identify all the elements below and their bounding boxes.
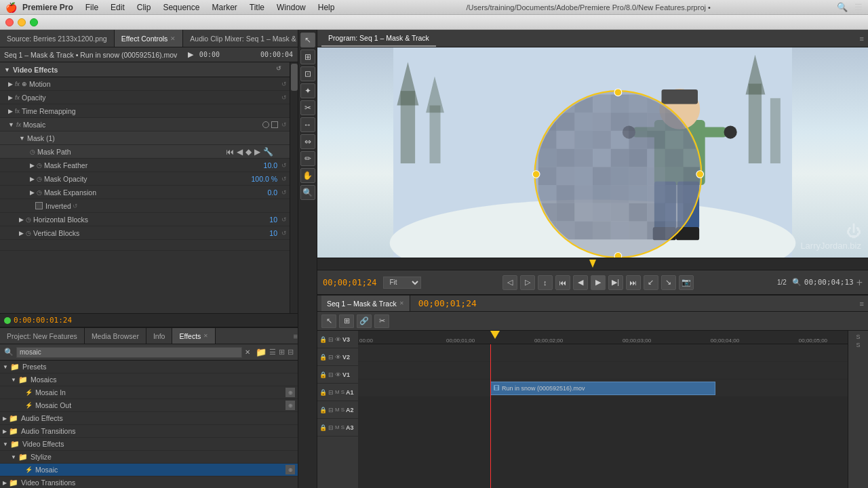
go-to-in-btn[interactable]: ⏮ <box>555 275 570 290</box>
mask-path-stopwatch[interactable]: ◷ <box>30 148 35 155</box>
overwrite-btn[interactable]: ↘ <box>661 275 676 290</box>
mask-to-start[interactable]: ⏮ <box>226 147 234 157</box>
mosaic-reset[interactable]: ↺ <box>281 121 287 128</box>
tree-mosaic-out[interactable]: ▶ ⚡ Mosaic Out ⊕ <box>0 399 298 412</box>
menu-bar-search[interactable]: 🔍 <box>837 2 848 12</box>
tab-effect-controls-close[interactable]: ✕ <box>170 35 176 42</box>
mask-add-kf[interactable]: ◆ <box>245 147 252 157</box>
tab-effect-controls[interactable]: Effect Controls ✕ <box>115 30 184 47</box>
tl-razor-btn[interactable]: ✂ <box>374 314 389 328</box>
mask-opacity-arrow[interactable]: ▶ <box>30 176 35 182</box>
a3-sync[interactable]: ⊟ <box>328 424 334 431</box>
inverted-reset[interactable]: ↺ <box>73 203 78 209</box>
tab-source[interactable]: Source: Berries 2133x1200.png <box>0 30 115 47</box>
clip-run-in-snow[interactable]: 🎞 Run in snow (000592516).mov <box>490 382 715 395</box>
tl-select-btn[interactable]: ↖ <box>321 314 336 328</box>
mask-opacity-value[interactable]: 100.0 % <box>251 175 277 183</box>
rate-stretch-tool[interactable]: ✦ <box>300 83 315 98</box>
minimize-button[interactable] <box>18 18 26 26</box>
mask-prev[interactable]: ◀ <box>237 147 243 157</box>
pen-tool[interactable]: ✏ <box>300 151 315 166</box>
tree-video-effects[interactable]: ▼ 📁 Video Effects <box>0 438 298 451</box>
menu-marker[interactable]: Marker <box>206 1 242 14</box>
tree-presets[interactable]: ▼ 📁 Presets <box>0 361 298 373</box>
select-tool[interactable]: ↖ <box>300 33 315 47</box>
zoom-tool[interactable]: 🔍 <box>300 185 315 200</box>
motion-reset[interactable]: ↺ <box>281 81 287 87</box>
list-view-btn[interactable]: ☰ <box>269 348 276 357</box>
tree-mosaic-in[interactable]: ▶ ⚡ Mosaic In ⊕ <box>0 386 298 399</box>
monitor-panel-menu[interactable]: ≡ <box>860 35 864 43</box>
a2-m[interactable]: M <box>335 407 340 413</box>
ripple-edit-tool[interactable]: ⊞ <box>300 49 315 64</box>
step-forward-btn[interactable]: ▶| <box>608 275 623 290</box>
tl-link-btn[interactable]: 🔗 <box>357 314 372 328</box>
tab-media-browser[interactable]: Media Browser <box>85 328 146 344</box>
maximize-button[interactable] <box>30 18 38 26</box>
menu-title[interactable]: Title <box>244 1 270 14</box>
v2-sync[interactable]: ⊟ <box>328 354 334 361</box>
menu-file[interactable]: File <box>80 1 104 14</box>
new-bin-btn[interactable]: 📁 <box>256 347 267 357</box>
monitor-timecode[interactable]: 00;00;01;24 <box>323 278 376 287</box>
v1-eye[interactable]: 👁 <box>335 371 341 378</box>
slide-tool[interactable]: ⇔ <box>300 134 315 149</box>
menu-clip[interactable]: Clip <box>132 1 157 14</box>
mask-expansion-arrow[interactable]: ▶ <box>30 189 35 196</box>
a2-sync[interactable]: ⊟ <box>328 407 334 413</box>
h-blocks-arrow[interactable]: ▶ <box>19 216 24 223</box>
a3-lock[interactable]: 🔒 <box>319 424 327 431</box>
opacity-arrow[interactable]: ▶ <box>8 94 13 101</box>
tab-effects-close[interactable]: ✕ <box>203 333 208 339</box>
menu-help[interactable]: Help <box>313 1 340 14</box>
mask-expansion-value[interactable]: 0.0 <box>267 188 277 197</box>
export-frame-btn[interactable]: 📷 <box>679 275 694 290</box>
icon-view-btn[interactable]: ⊞ <box>279 348 285 357</box>
menu-edit[interactable]: Edit <box>105 1 130 14</box>
timeline-tab-close[interactable]: ✕ <box>399 300 404 306</box>
a1-sync[interactable]: ⊟ <box>328 389 334 396</box>
fit-select[interactable]: Fit 25% 50% 100% <box>383 277 421 289</box>
v3-lock[interactable]: 🔒 <box>319 336 327 343</box>
v-blocks-stopwatch[interactable]: ◷ <box>26 230 31 237</box>
tree-audio-transitions[interactable]: ▶ 📁 Audio Transitions <box>0 425 298 438</box>
mask-feather-arrow[interactable]: ▶ <box>30 162 35 169</box>
tl-right-btn-1[interactable]: S <box>856 333 860 340</box>
a2-lock[interactable]: 🔒 <box>319 407 327 413</box>
mask-opacity-stopwatch[interactable]: ◷ <box>37 176 42 182</box>
add-button[interactable]: + <box>856 277 863 289</box>
h-blocks-stopwatch[interactable]: ◷ <box>26 216 31 223</box>
tab-info[interactable]: Info <box>146 328 173 344</box>
zoom-icon[interactable]: 🔍 <box>792 278 802 287</box>
timeline-timecode[interactable]: 00;00;01;24 <box>418 298 477 308</box>
mask-feather-reset[interactable]: ↺ <box>281 162 287 169</box>
video-effects-arrow[interactable]: ▼ <box>4 66 10 73</box>
tl-ripple-btn[interactable]: ⊞ <box>339 314 354 328</box>
v3-sync[interactable]: ⊟ <box>328 336 334 343</box>
time-remap-arrow[interactable]: ▶ <box>8 108 13 115</box>
menu-sequence[interactable]: Sequence <box>157 1 205 14</box>
mosaic-circle[interactable] <box>262 121 269 128</box>
v1-sync[interactable]: ⊟ <box>328 371 334 378</box>
project-panel-menu[interactable]: ≡ <box>294 332 298 340</box>
a1-lock[interactable]: 🔒 <box>319 389 327 396</box>
tree-mosaics[interactable]: ▼ 📁 Mosaics <box>0 373 298 386</box>
motion-arrow[interactable]: ▶ <box>8 81 13 87</box>
go-to-out-btn[interactable]: ⏭ <box>626 275 641 290</box>
hand-tool[interactable]: ✋ <box>300 168 315 183</box>
v-blocks-reset[interactable]: ↺ <box>281 230 287 237</box>
tree-video-transitions[interactable]: ▶ 📁 Video Transitions <box>0 476 298 488</box>
a3-m[interactable]: M <box>335 424 340 430</box>
mask-expansion-reset[interactable]: ↺ <box>281 189 287 196</box>
track-select-tool[interactable]: ⊡ <box>300 66 315 81</box>
mark-out-btn[interactable]: ▷ <box>520 275 535 290</box>
search-input[interactable] <box>16 347 242 358</box>
play-stop-icon[interactable]: ▶ <box>188 50 193 59</box>
mask-expansion-stopwatch[interactable]: ◷ <box>37 189 42 196</box>
tl-right-btn-2[interactable]: S <box>856 342 860 348</box>
play-btn[interactable]: ▶ <box>591 275 606 290</box>
search-clear-btn[interactable]: ✕ <box>245 348 250 356</box>
a1-s[interactable]: S <box>341 389 344 395</box>
h-blocks-reset[interactable]: ↺ <box>281 216 287 223</box>
timeline-tab-seq1[interactable]: Seq 1 – Mask & Track ✕ <box>321 296 410 311</box>
